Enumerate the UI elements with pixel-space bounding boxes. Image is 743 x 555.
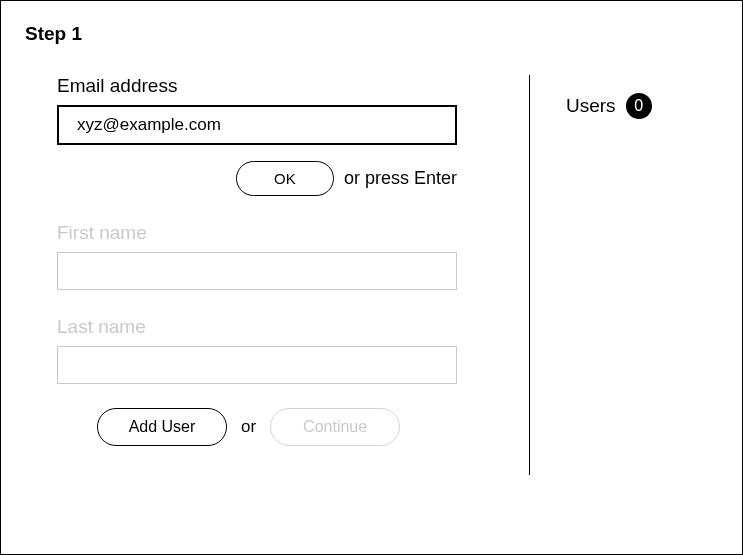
email-label: Email address — [57, 75, 525, 97]
last-name-input[interactable] — [57, 346, 457, 384]
users-column: Users 0 — [566, 75, 652, 475]
enter-hint: or press Enter — [344, 168, 457, 189]
users-count-badge: 0 — [626, 93, 652, 119]
first-name-input[interactable] — [57, 252, 457, 290]
form-actions: Add User or Continue — [57, 408, 457, 446]
vertical-divider — [529, 75, 530, 475]
users-label: Users — [566, 95, 616, 117]
add-user-button[interactable]: Add User — [97, 408, 227, 446]
email-group: Email address OK or press Enter — [57, 75, 525, 196]
email-confirm-row: OK or press Enter — [57, 161, 457, 196]
panel-content: Email address OK or press Enter First na… — [25, 75, 718, 475]
first-name-label: First name — [57, 222, 525, 244]
step-panel: Step 1 Email address OK or press Enter F… — [0, 0, 743, 555]
last-name-group: Last name — [57, 316, 525, 384]
last-name-label: Last name — [57, 316, 525, 338]
step-title: Step 1 — [25, 23, 718, 45]
form-column: Email address OK or press Enter First na… — [25, 75, 525, 475]
or-text: or — [241, 417, 256, 437]
users-header: Users 0 — [566, 93, 652, 119]
first-name-group: First name — [57, 222, 525, 290]
ok-button[interactable]: OK — [236, 161, 334, 196]
continue-button: Continue — [270, 408, 400, 446]
email-input[interactable] — [57, 105, 457, 145]
